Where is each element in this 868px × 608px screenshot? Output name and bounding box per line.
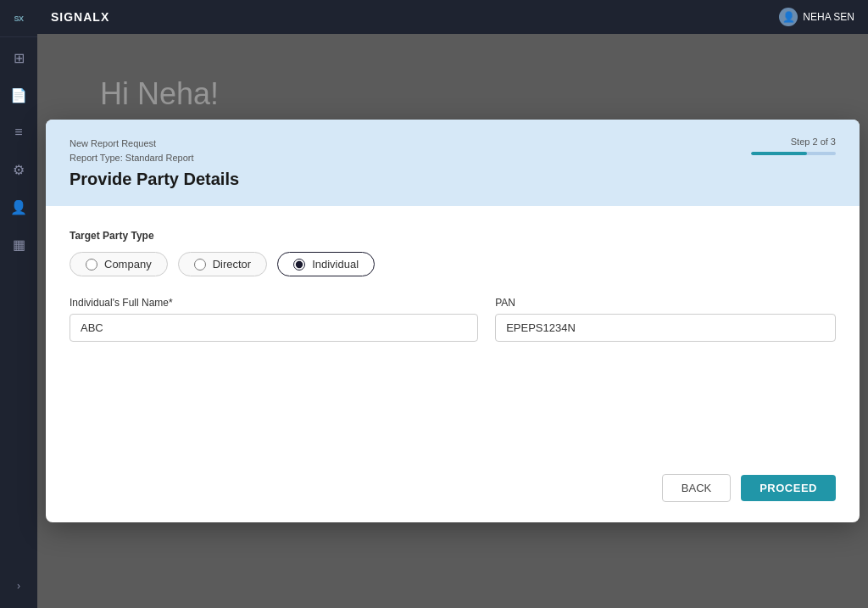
- topbar: SIGNALX 👤 NEHA SEN: [37, 0, 868, 34]
- sidebar: SX ⊞ 📄 ≡ ⚙ 👤 ▦ ›: [0, 0, 37, 608]
- brand-name: SIGNALX: [51, 10, 109, 24]
- radio-director-label: Director: [213, 258, 252, 271]
- individual-name-label: Individual's Full Name*: [70, 297, 478, 309]
- modal-header: New Report Request Report Type: Standard…: [46, 120, 860, 206]
- radio-option-company[interactable]: Company: [70, 252, 168, 276]
- sidebar-expand-button[interactable]: ›: [0, 572, 37, 600]
- sidebar-item-chart[interactable]: ▦: [0, 227, 37, 261]
- modal-step: Step 2 of 3: [751, 137, 836, 155]
- individual-name-input[interactable]: [70, 314, 478, 342]
- avatar: 👤: [779, 8, 798, 26]
- sidebar-item-document[interactable]: 📄: [0, 78, 37, 112]
- modal-meta: New Report Request Report Type: Standard…: [70, 137, 836, 165]
- modal-title: Provide Party Details: [70, 170, 836, 189]
- modal-overlay: New Report Request Report Type: Standard…: [37, 34, 868, 608]
- step-label: Step 2 of 3: [791, 137, 836, 147]
- progress-bar-fill: [751, 152, 807, 155]
- form-fields-row: Individual's Full Name* PAN: [70, 297, 836, 342]
- meta-line2: Report Type: Standard Report: [70, 151, 836, 165]
- pan-input[interactable]: [495, 314, 836, 342]
- sidebar-item-list[interactable]: ≡: [0, 115, 37, 149]
- modal-body: Target Party Type Company Director Indiv…: [46, 206, 860, 460]
- radio-company[interactable]: [86, 259, 97, 271]
- party-type-radio-group: Company Director Individual: [70, 252, 836, 276]
- sidebar-item-grid[interactable]: ⊞: [0, 41, 37, 75]
- back-button[interactable]: BACK: [662, 474, 731, 502]
- progress-bar-container: [751, 152, 836, 155]
- pan-field: PAN: [495, 297, 836, 342]
- logo-text: SX: [14, 14, 23, 23]
- radio-option-individual[interactable]: Individual: [277, 252, 375, 276]
- radio-individual[interactable]: [293, 259, 305, 271]
- radio-director[interactable]: [194, 259, 206, 271]
- proceed-button[interactable]: PROCEED: [741, 475, 836, 501]
- modal-footer: BACK PROCEED: [46, 460, 860, 522]
- meta-line1: New Report Request: [70, 137, 836, 151]
- radio-individual-label: Individual: [312, 258, 359, 271]
- target-party-type-label: Target Party Type: [70, 230, 836, 242]
- sidebar-logo: SX: [0, 0, 37, 37]
- user-name: NEHA SEN: [803, 11, 854, 23]
- sidebar-item-user[interactable]: 👤: [0, 190, 37, 224]
- user-info[interactable]: 👤 NEHA SEN: [779, 8, 854, 26]
- modal-dialog: New Report Request Report Type: Standard…: [46, 120, 860, 522]
- pan-label: PAN: [495, 297, 836, 309]
- sidebar-item-gear[interactable]: ⚙: [0, 153, 37, 187]
- individual-name-field: Individual's Full Name*: [70, 297, 478, 342]
- radio-option-director[interactable]: Director: [178, 252, 268, 276]
- radio-company-label: Company: [104, 258, 152, 271]
